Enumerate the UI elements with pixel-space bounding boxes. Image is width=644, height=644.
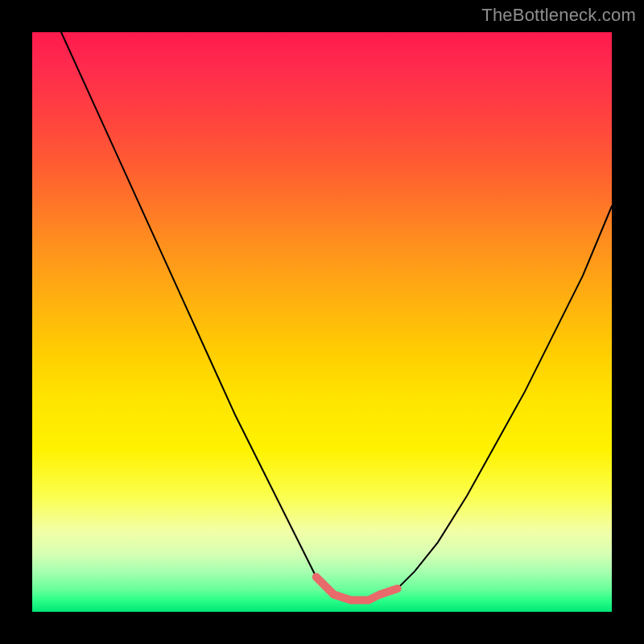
watermark-text: TheBottleneck.com [481,5,636,26]
plot-area [32,32,612,612]
chart-svg [32,32,612,612]
bottleneck-curve [61,32,612,601]
chart-frame: TheBottleneck.com [0,0,644,644]
valley-highlight [316,577,398,601]
